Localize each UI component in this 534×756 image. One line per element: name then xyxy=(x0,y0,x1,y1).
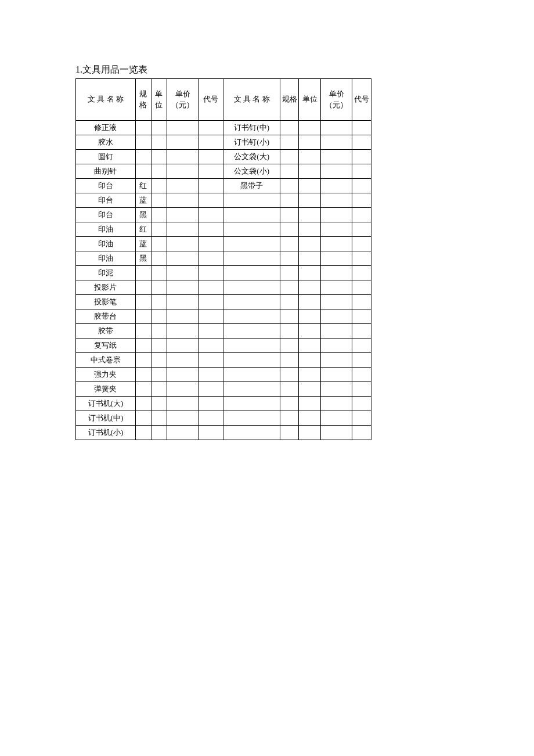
cell-code-right xyxy=(352,266,371,280)
cell-spec-left: 黑 xyxy=(135,208,151,222)
cell-spec-right xyxy=(280,251,298,266)
cell-price-left xyxy=(167,368,199,382)
cell-unit-right xyxy=(299,208,321,222)
cell-code-left xyxy=(199,266,223,280)
cell-name-right xyxy=(223,339,280,353)
cell-spec-left: 蓝 xyxy=(135,193,151,208)
cell-name-right: 公文袋(大) xyxy=(223,150,280,164)
cell-unit-right xyxy=(299,397,321,411)
cell-unit-left xyxy=(151,324,167,339)
cell-price-left xyxy=(167,150,199,164)
cell-unit-left xyxy=(151,397,167,411)
cell-spec-right xyxy=(280,382,298,397)
cell-price-left xyxy=(167,382,199,397)
cell-unit-left xyxy=(151,179,167,193)
cell-code-right xyxy=(352,280,371,295)
table-row: 订书机(大) xyxy=(76,397,371,411)
cell-price-right xyxy=(321,295,352,309)
table-row: 曲别针公文袋(小) xyxy=(76,164,371,179)
stationery-table: 文 具 名 称 规格 单位 单价（元） 代号 文 具 名 称 规格 单位 单价（… xyxy=(75,78,371,440)
cell-price-right xyxy=(321,309,352,324)
cell-name-left: 弹簧夹 xyxy=(76,382,136,397)
cell-unit-right xyxy=(299,309,321,324)
cell-spec-right xyxy=(280,179,298,193)
cell-price-left xyxy=(167,179,199,193)
cell-unit-left xyxy=(151,382,167,397)
table-row: 中式卷宗 xyxy=(76,353,371,368)
cell-spec-right xyxy=(280,237,298,251)
cell-price-left xyxy=(167,121,199,135)
cell-name-left: 印泥 xyxy=(76,266,136,280)
cell-code-left xyxy=(199,353,223,368)
header-code-right: 代号 xyxy=(352,79,371,121)
cell-name-right xyxy=(223,309,280,324)
cell-name-left: 印台 xyxy=(76,208,136,222)
cell-code-left xyxy=(199,324,223,339)
cell-spec-right xyxy=(280,368,298,382)
table-row: 印台红黑带子 xyxy=(76,179,371,193)
cell-spec-right xyxy=(280,164,298,179)
header-unit-right: 单位 xyxy=(299,79,321,121)
table-row: 印油黑 xyxy=(76,251,371,266)
cell-name-right: 公文袋(小) xyxy=(223,164,280,179)
cell-name-left: 复写纸 xyxy=(76,339,136,353)
cell-code-left xyxy=(199,179,223,193)
cell-name-right xyxy=(223,382,280,397)
cell-unit-left xyxy=(151,121,167,135)
table-body: 修正液订书钉(中)胶水订书钉(小)圆钉公文袋(大)曲别针公文袋(小)印台红黑带子… xyxy=(76,121,371,440)
table-row: 胶水订书钉(小) xyxy=(76,135,371,150)
cell-price-right xyxy=(321,411,352,426)
cell-name-right xyxy=(223,426,280,440)
cell-spec-right xyxy=(280,193,298,208)
cell-code-right xyxy=(352,193,371,208)
cell-name-right xyxy=(223,237,280,251)
cell-code-left xyxy=(199,251,223,266)
cell-price-right xyxy=(321,324,352,339)
cell-spec-right xyxy=(280,280,298,295)
cell-unit-left xyxy=(151,135,167,150)
cell-price-right xyxy=(321,179,352,193)
cell-spec-left xyxy=(135,121,151,135)
cell-price-left xyxy=(167,397,199,411)
cell-name-right: 订书钉(小) xyxy=(223,135,280,150)
cell-spec-right xyxy=(280,135,298,150)
cell-price-right xyxy=(321,382,352,397)
cell-price-left xyxy=(167,164,199,179)
cell-name-right: 订书钉(中) xyxy=(223,121,280,135)
cell-spec-left xyxy=(135,135,151,150)
table-row: 印泥 xyxy=(76,266,371,280)
cell-price-right xyxy=(321,135,352,150)
cell-unit-left xyxy=(151,251,167,266)
cell-price-right xyxy=(321,251,352,266)
cell-unit-left xyxy=(151,208,167,222)
cell-unit-right xyxy=(299,266,321,280)
table-row: 投影片 xyxy=(76,280,371,295)
cell-code-right xyxy=(352,222,371,237)
cell-name-left: 订书机(大) xyxy=(76,397,136,411)
cell-unit-right xyxy=(299,121,321,135)
cell-price-left xyxy=(167,280,199,295)
cell-spec-left xyxy=(135,324,151,339)
cell-name-left: 中式卷宗 xyxy=(76,353,136,368)
cell-unit-left xyxy=(151,222,167,237)
cell-code-right xyxy=(352,237,371,251)
cell-unit-right xyxy=(299,222,321,237)
cell-price-left xyxy=(167,426,199,440)
cell-name-right xyxy=(223,208,280,222)
header-price-left: 单价（元） xyxy=(167,79,199,121)
cell-name-right xyxy=(223,266,280,280)
cell-code-left xyxy=(199,150,223,164)
cell-spec-left: 黑 xyxy=(135,251,151,266)
cell-code-right xyxy=(352,411,371,426)
cell-code-right xyxy=(352,324,371,339)
cell-unit-left xyxy=(151,339,167,353)
cell-unit-right xyxy=(299,179,321,193)
cell-spec-left xyxy=(135,164,151,179)
table-row: 印油蓝 xyxy=(76,237,371,251)
cell-name-right xyxy=(223,222,280,237)
header-name-left: 文 具 名 称 xyxy=(76,79,136,121)
page-title: 1.文具用品一览表 xyxy=(75,64,459,76)
cell-code-right xyxy=(352,121,371,135)
cell-code-left xyxy=(199,411,223,426)
cell-price-right xyxy=(321,150,352,164)
